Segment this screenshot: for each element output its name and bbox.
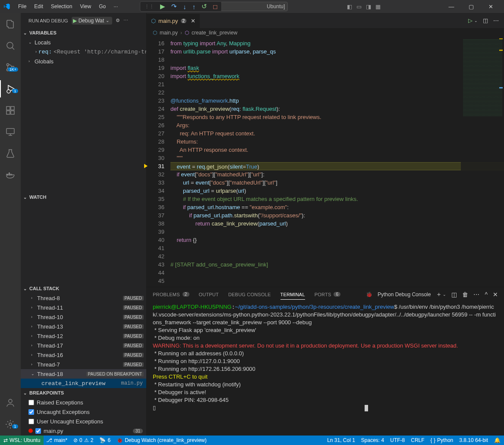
terminal-profile[interactable]: Python Debug Console (378, 291, 431, 298)
tab-main-py[interactable]: ⬡ main.py 2 ✕ (147, 13, 200, 28)
step-into-icon[interactable]: ↓ (183, 3, 186, 10)
tab-debug-console[interactable]: DEBUG CONSOLE (228, 292, 271, 297)
panel-maximize-icon[interactable]: ^ (485, 291, 488, 298)
breakpoints-section[interactable]: ⌄BREAKPOINTS (21, 388, 146, 398)
restart-icon[interactable]: ↺ (202, 3, 207, 10)
toggle-secondary-icon[interactable]: ◨ (366, 3, 371, 10)
breakpoint-row[interactable]: main.py31 (21, 426, 146, 436)
tab-problems[interactable]: PROBLEMS2 (153, 292, 189, 297)
search-icon[interactable] (0, 37, 21, 54)
thread-row[interactable]: ›Thread-7PAUSED (21, 360, 146, 369)
continue-icon[interactable]: ▶ (160, 3, 165, 10)
variables-section[interactable]: ⌄VARIABLES (21, 28, 146, 38)
docker-icon[interactable] (0, 166, 21, 184)
remote-indicator[interactable]: ⇄WSL: Ubuntu (0, 436, 44, 445)
drag-handle-icon[interactable]: ⋮⋮ (145, 4, 154, 9)
bp-checkbox[interactable] (35, 428, 41, 434)
settings-gear-icon[interactable]: 1 (0, 416, 21, 433)
panel-more-icon[interactable]: ⋯ (473, 291, 479, 298)
command-center[interactable]: ⋮⋮ ▶ ↷ ↓ ↑ ↺ □ Ubuntu] (176, 2, 288, 11)
breakpoint-row[interactable]: User Uncaught Exceptions (21, 417, 146, 426)
svg-point-0 (7, 42, 13, 48)
step-over-icon[interactable]: ↷ (171, 3, 177, 10)
debug-status[interactable]: 🐞Debug Watch (create_link_preview) (117, 437, 207, 443)
callstack-section[interactable]: ⌄CALL STACK (21, 284, 146, 293)
stop-icon[interactable]: □ (213, 3, 217, 10)
notifications-icon[interactable]: 🔔 (494, 437, 501, 443)
code-editor[interactable]: 1617181920212223242526272829303132333435… (147, 38, 504, 287)
remote-explorer-icon[interactable] (0, 123, 21, 141)
new-terminal-icon[interactable]: ＋ (436, 291, 442, 298)
ports-indicator[interactable]: 📡6 (99, 437, 110, 443)
scope-globals[interactable]: ›Globals (21, 56, 146, 66)
svg-rect-7 (11, 111, 14, 114)
source-control-icon[interactable]: 1K+ (0, 59, 21, 76)
explorer-icon[interactable] (0, 16, 21, 33)
python-interpreter[interactable]: 3.8.10 64-bit (459, 437, 488, 443)
indentation[interactable]: Spaces: 4 (361, 437, 384, 443)
branch-indicator[interactable]: ⎇main* (46, 437, 67, 443)
code-content[interactable]: from typing import Any, Mappingfrom urll… (170, 38, 504, 287)
watch-section[interactable]: ⌄WATCH (21, 192, 146, 202)
run-file-icon[interactable]: ▷ (468, 17, 472, 24)
thread-row[interactable]: ›Thread-12PAUSED (21, 331, 146, 341)
menu-file[interactable]: File (15, 2, 30, 11)
var-req[interactable]: ›req: <Request 'http://charming-tro… (21, 47, 146, 56)
tab-terminal[interactable]: TERMINAL (280, 292, 305, 300)
tab-output[interactable]: OUTPUT (199, 292, 219, 297)
menu-go[interactable]: Go (95, 2, 109, 11)
bp-checkbox[interactable] (28, 400, 34, 405)
maximize-icon[interactable]: ▢ (462, 3, 481, 10)
menu-selection[interactable]: Selection (47, 2, 76, 11)
thread-row[interactable]: ›Thread-11PAUSED (21, 303, 146, 312)
thread-row[interactable]: ›Thread-17PAUSED (21, 341, 146, 350)
thread-row[interactable]: ›Thread-16PAUSED (21, 350, 146, 360)
run-debug-header: RUN AND DEBUG ▶ Debug Wat ⌄ ⚙ ⋯ (21, 13, 146, 28)
kill-terminal-icon[interactable]: 🗑 (462, 291, 468, 298)
thread-row[interactable]: ⌄Thread-18PAUSED ON BREAKPOINT (21, 369, 146, 379)
run-debug-icon[interactable]: 1 (0, 80, 21, 97)
bp-checkbox[interactable] (28, 419, 34, 424)
thread-row[interactable]: ›Thread-13PAUSED (21, 322, 146, 331)
encoding[interactable]: UTF-8 (390, 437, 405, 443)
testing-icon[interactable] (0, 145, 21, 162)
debug-config-dropdown[interactable]: ▶ Debug Wat ⌄ (72, 17, 113, 25)
eol[interactable]: CRLF (411, 437, 424, 443)
svg-rect-6 (6, 111, 10, 114)
customize-layout-icon[interactable]: ▦ (375, 3, 381, 10)
minimap[interactable] (461, 38, 504, 287)
tab-close-icon[interactable]: ✕ (191, 18, 195, 24)
thread-row[interactable]: ›Thread-10PAUSED (21, 312, 146, 322)
menu-view[interactable]: View (76, 2, 94, 11)
close-icon[interactable]: ✕ (482, 3, 501, 10)
debug-settings-icon[interactable]: ⚙ (116, 18, 120, 23)
stack-frame[interactable]: create_link_previewmain.py (21, 379, 146, 388)
thread-row[interactable]: ›Thread-8PAUSED (21, 293, 146, 303)
extensions-icon[interactable] (0, 102, 21, 119)
toggle-sidebar-icon[interactable]: ◧ (347, 3, 352, 10)
minimize-icon[interactable]: — (442, 3, 461, 10)
menu-edit[interactable]: Edit (31, 2, 47, 11)
toggle-panel-icon[interactable]: ▭ (356, 3, 362, 10)
title-bar: File Edit Selection View Go ··· ← → ⋮⋮ ▶… (0, 0, 504, 13)
problems-indicator[interactable]: ⊘0⚠2 (73, 437, 93, 443)
bc-file[interactable]: main.py (160, 30, 178, 36)
language-mode[interactable]: { }Python (431, 437, 454, 443)
terminal-content[interactable]: pierrick@LAPTOP-HKU5PNNG:~/git/add-ons-s… (147, 301, 504, 436)
bc-symbol[interactable]: create_link_preview (192, 30, 237, 36)
split-editor-icon[interactable]: ◫ (483, 17, 488, 24)
breakpoint-row[interactable]: Uncaught Exceptions (21, 407, 146, 417)
editor-more-icon[interactable]: ⋯ (493, 17, 499, 24)
step-out-icon[interactable]: ↑ (192, 3, 196, 10)
menu-more[interactable]: ··· (110, 2, 121, 11)
bp-checkbox[interactable] (28, 409, 34, 415)
scope-locals[interactable]: ⌄Locals (21, 38, 146, 47)
accounts-icon[interactable] (0, 394, 21, 411)
breakpoint-row[interactable]: Raised Exceptions (21, 398, 146, 407)
breadcrumb[interactable]: ⬡ main.py › ⬡ create_link_preview (147, 28, 504, 38)
more-actions-icon[interactable]: ⋯ (123, 18, 128, 23)
split-terminal-icon[interactable]: ◫ (451, 291, 457, 298)
tab-ports[interactable]: PORTS6 (315, 292, 340, 297)
panel-close-icon[interactable]: ✕ (493, 291, 498, 298)
cursor-position[interactable]: Ln 31, Col 1 (327, 437, 355, 443)
